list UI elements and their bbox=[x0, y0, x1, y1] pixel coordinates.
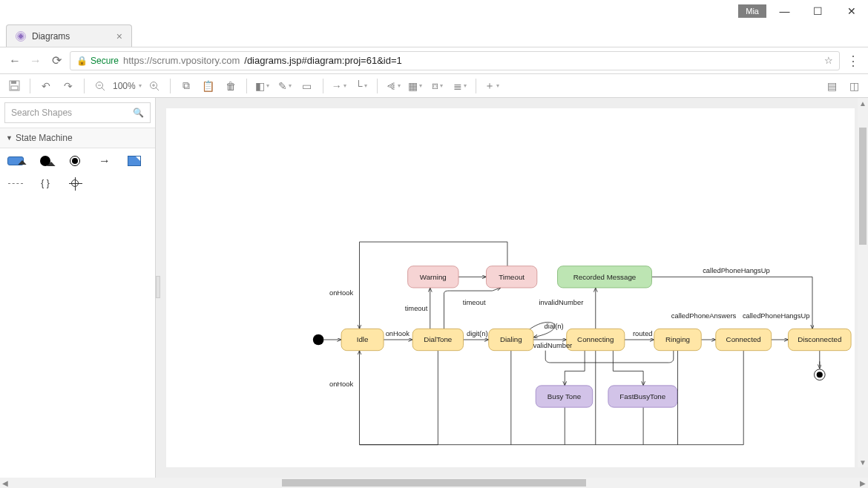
distribute-icon[interactable]: ▦ bbox=[406, 76, 425, 96]
url-host: https://scrum.vpository.com bbox=[123, 55, 240, 66]
vertical-scrollbar[interactable]: ▲ ▼ bbox=[858, 98, 868, 467]
main-area: Search Shapes 🔍 ▼ State Machine → { } bbox=[0, 98, 868, 478]
palette-header[interactable]: ▼ State Machine bbox=[0, 128, 155, 148]
transition-label: onHook bbox=[329, 289, 354, 297]
user-badge: Mia bbox=[738, 4, 766, 18]
secure-label: Secure bbox=[91, 56, 119, 66]
app-toolbar: ↶ ↷ 100% ⧉ 📋 🗑 ◧ ✎ ▭ → └ ⫷ ▦ ⧈ ≣ ＋ ▤ ◫ bbox=[0, 74, 868, 98]
palette-final-icon[interactable] bbox=[67, 154, 83, 168]
shape-palette: → { } bbox=[0, 148, 155, 196]
url-path: /diagrams.jsp#diagram:proj=61&id=1 bbox=[244, 55, 401, 66]
bookmark-star-icon[interactable]: ☆ bbox=[824, 55, 833, 66]
state-label-dialtone: DialTone bbox=[424, 335, 452, 343]
state-label-fastbusy: FastBusyTone bbox=[619, 392, 665, 400]
scroll-down-icon[interactable]: ▼ bbox=[858, 457, 868, 467]
transition-label: calledPhoneHangsUp bbox=[703, 267, 770, 274]
palette-transition-icon[interactable]: → bbox=[96, 154, 113, 168]
align-icon[interactable]: ⫷ bbox=[384, 76, 403, 96]
browser-tab[interactable]: Diagrams × bbox=[6, 24, 132, 47]
palette-junction-icon[interactable] bbox=[67, 177, 83, 190]
initial-state-node[interactable] bbox=[313, 334, 324, 346]
window-minimize-button[interactable]: ― bbox=[768, 0, 801, 22]
transition-label: onHook bbox=[329, 381, 354, 389]
redo-icon[interactable]: ↷ bbox=[59, 76, 78, 96]
nav-back-icon[interactable]: ← bbox=[7, 54, 22, 67]
paste-icon[interactable]: 📋 bbox=[199, 76, 218, 96]
save-icon[interactable] bbox=[4, 76, 24, 96]
state-label-disconnected: Disconnected bbox=[798, 335, 841, 343]
diagram-svg: IdleDialToneDialingConnectingRingingConn… bbox=[166, 108, 855, 467]
zoom-value: 100% bbox=[113, 81, 136, 91]
svg-line-4 bbox=[102, 88, 105, 90]
palette-note-icon[interactable] bbox=[126, 154, 142, 168]
svg-rect-1 bbox=[11, 81, 16, 84]
scroll-up-icon[interactable]: ▲ bbox=[858, 98, 868, 108]
transition-label: calledPhoneHangsUp bbox=[743, 312, 810, 320]
search-input[interactable]: Search Shapes 🔍 bbox=[4, 102, 151, 123]
palette-initial-icon[interactable] bbox=[37, 154, 53, 168]
zoom-out-icon[interactable] bbox=[91, 76, 110, 96]
browser-menu-icon[interactable]: ⋮ bbox=[846, 53, 861, 69]
palette-state-icon[interactable] bbox=[7, 154, 24, 168]
state-label-ringing: Ringing bbox=[665, 335, 690, 343]
connector-style-icon[interactable]: └ bbox=[352, 76, 371, 96]
search-placeholder: Search Shapes bbox=[11, 108, 72, 118]
delete-icon[interactable]: 🗑 bbox=[221, 76, 240, 96]
svg-line-7 bbox=[156, 88, 159, 90]
horizontal-scrollbar[interactable]: ◀ ▶ bbox=[0, 478, 868, 488]
layout-panel-icon[interactable]: ▤ bbox=[822, 76, 841, 96]
hscroll-thumb[interactable] bbox=[282, 479, 586, 487]
search-icon: 🔍 bbox=[133, 108, 144, 118]
layout-split-icon[interactable]: ◫ bbox=[844, 76, 864, 96]
window-titlebar: Mia ― ☐ ✕ bbox=[0, 0, 868, 22]
state-label-connected: Connected bbox=[726, 335, 761, 343]
arrow-end-icon[interactable]: → bbox=[329, 76, 349, 96]
zoom-select[interactable]: 100% bbox=[113, 81, 142, 91]
state-label-recorded: Recorded Message bbox=[573, 273, 637, 281]
transition-label: calledPhoneAnswers bbox=[671, 312, 737, 320]
window-maximize-button[interactable]: ☐ bbox=[801, 0, 835, 22]
transition-label: dial(n) bbox=[545, 323, 564, 330]
nav-forward-icon: → bbox=[28, 54, 43, 67]
diagram-canvas[interactable]: IdleDialToneDialingConnectingRingingConn… bbox=[166, 108, 855, 467]
tab-favicon bbox=[16, 31, 26, 42]
stroke-icon[interactable]: ✎ bbox=[275, 76, 295, 96]
window-close-button[interactable]: ✕ bbox=[835, 0, 868, 22]
transition-label: routed bbox=[633, 330, 653, 337]
state-label-warning: Warning bbox=[420, 273, 447, 281]
state-label-connecting: Connecting bbox=[577, 335, 614, 343]
zoom-in-icon[interactable] bbox=[145, 76, 164, 96]
sidebar: Search Shapes 🔍 ▼ State Machine → { } bbox=[0, 98, 156, 478]
chevron-down-icon: ▼ bbox=[6, 134, 13, 142]
vscroll-thumb[interactable] bbox=[859, 128, 867, 245]
group-icon[interactable]: ⧈ bbox=[428, 76, 447, 96]
add-shape-icon[interactable]: ＋ bbox=[482, 76, 502, 96]
browser-urlbar-row: ← → ⟳ 🔒 Secure https://scrum.vpository.c… bbox=[0, 47, 868, 74]
palette-constraint-icon[interactable]: { } bbox=[37, 177, 53, 190]
transition-label: invalidNumber bbox=[539, 299, 583, 306]
url-input[interactable]: 🔒 Secure https://scrum.vpository.com/dia… bbox=[70, 51, 840, 70]
tab-title: Diagrams bbox=[32, 31, 70, 42]
state-label-timeout: Timeout bbox=[499, 273, 525, 281]
transition-label: digit(n) bbox=[467, 330, 488, 337]
transition-label: timeout bbox=[463, 299, 486, 306]
palette-title: State Machine bbox=[16, 133, 73, 143]
scroll-right-icon[interactable]: ▶ bbox=[858, 479, 868, 487]
browser-tabstrip: Diagrams × bbox=[0, 22, 868, 47]
undo-icon[interactable]: ↶ bbox=[36, 76, 56, 96]
tab-close-icon[interactable]: × bbox=[116, 30, 122, 42]
transition-label: timeout bbox=[405, 305, 428, 312]
secure-indicator: 🔒 Secure bbox=[76, 56, 119, 66]
palette-dashed-icon[interactable] bbox=[7, 177, 24, 190]
copy-icon[interactable]: ⧉ bbox=[177, 76, 196, 96]
sidebar-gutter-handle[interactable] bbox=[156, 276, 160, 298]
canvas-wrapper: IdleDialToneDialingConnectingRingingConn… bbox=[156, 98, 868, 478]
nav-reload-icon[interactable]: ⟳ bbox=[49, 53, 64, 67]
lock-icon: 🔒 bbox=[76, 56, 88, 66]
transition-label: onHook bbox=[386, 330, 410, 337]
order-icon[interactable]: ≣ bbox=[450, 76, 470, 96]
shape-style-icon[interactable]: ▭ bbox=[297, 76, 317, 96]
scroll-left-icon[interactable]: ◀ bbox=[0, 479, 10, 487]
fill-icon[interactable]: ◧ bbox=[253, 76, 272, 96]
state-label-idle: Idle bbox=[357, 335, 369, 343]
